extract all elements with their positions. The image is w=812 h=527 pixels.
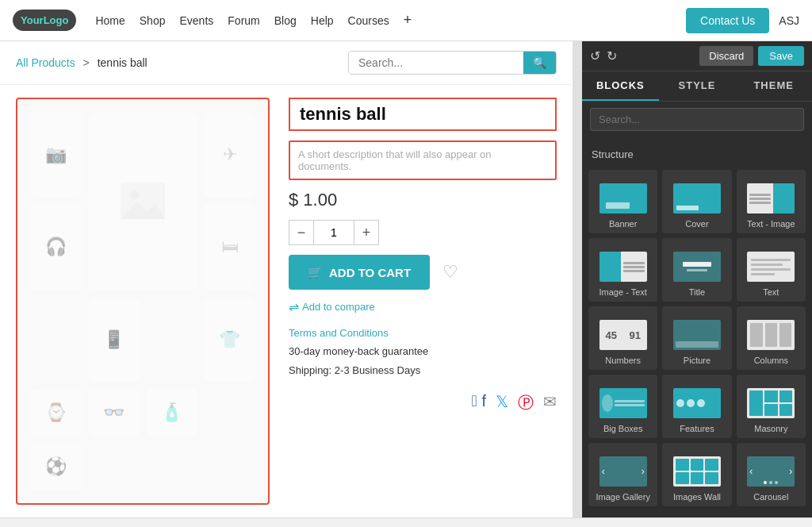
scroll-strip[interactable] [573, 41, 582, 517]
compare-row: ⇌ Add to compare [289, 299, 557, 314]
compare-icon: ⇌ [289, 299, 299, 314]
terms-section: Terms and Conditions 30-day money-back g… [289, 324, 557, 379]
nav-forum[interactable]: Forum [228, 14, 259, 27]
product-image-box[interactable]: 📷 ✈ 🎧 🛏 📱 👕 ⌚ [16, 98, 270, 505]
it-right [621, 252, 647, 282]
product-description[interactable]: A short description that will also appea… [289, 140, 557, 180]
compare-link[interactable]: ⇌ Add to compare [289, 299, 557, 314]
panel-content: Structure Banner Cover [582, 137, 812, 517]
quantity-decrease[interactable]: − [289, 220, 314, 245]
discard-button[interactable]: Discard [699, 46, 753, 66]
blocks-search-input[interactable] [590, 108, 804, 131]
tab-theme[interactable]: THEME [735, 71, 812, 101]
block-cover[interactable]: Cover [662, 170, 731, 233]
block-picture-preview [672, 317, 722, 352]
block-images-wall[interactable]: Images Wall [662, 443, 731, 506]
block-title[interactable]: Title [662, 238, 731, 302]
wishlist-button[interactable]: ♡ [442, 262, 458, 283]
block-picture[interactable]: Picture [662, 306, 731, 370]
block-image-text[interactable]: Image - Text [588, 238, 657, 302]
breadcrumb-link[interactable]: All Products [16, 56, 75, 69]
block-numbers[interactable]: 45 91 Numbers [588, 306, 657, 370]
block-masonry[interactable]: Masonry [737, 375, 806, 438]
mas3 [779, 390, 793, 402]
search-button[interactable]: 🔍 [523, 52, 556, 74]
search-bar: 🔍 [348, 51, 557, 75]
block-features-label: Features [680, 424, 714, 433]
terms-link[interactable]: Terms and Conditions [289, 327, 389, 339]
nav-blog[interactable]: Blog [274, 14, 297, 27]
feat-dot1 [676, 399, 684, 407]
nav-shop[interactable]: Shop [140, 14, 166, 27]
banner-preview-img [599, 183, 647, 213]
block-banner[interactable]: Banner [588, 170, 657, 233]
block-numbers-label: Numbers [605, 356, 641, 365]
it-line2 [623, 266, 645, 268]
number-val1: 45 [605, 329, 616, 341]
block-big-boxes-label: Big Boxes [603, 424, 643, 433]
ti-line3 [749, 202, 771, 204]
block-text[interactable]: Text [737, 238, 806, 302]
text-line4 [751, 273, 775, 275]
redo-button[interactable]: ↻ [607, 48, 617, 63]
block-carousel-label: Carousel [753, 492, 788, 502]
bottom-scrollbar[interactable] [0, 517, 812, 527]
block-image-text-preview [598, 249, 649, 284]
facebook-icon[interactable]:  f [472, 392, 486, 414]
icon-headphones: 🎧 [30, 204, 82, 290]
block-cover-label: Cover [685, 219, 708, 229]
carousel-dots [764, 481, 778, 484]
product-title-box: tennis ball [289, 98, 557, 131]
content-area: All Products > tennis ball 🔍 📷 [0, 41, 573, 517]
feat-dot2 [687, 399, 695, 407]
block-image-gallery-label: Image Gallery [596, 492, 649, 502]
product-title: tennis ball [300, 104, 386, 124]
block-columns[interactable]: Columns [737, 306, 806, 370]
gallery-preview-img: ‹ › [599, 456, 647, 487]
block-big-boxes[interactable]: Big Boxes [588, 375, 657, 438]
icon-bed: 🛏 [204, 204, 255, 290]
block-image-gallery[interactable]: ‹ › Image Gallery [588, 443, 657, 506]
save-button[interactable]: Save [758, 46, 804, 66]
add-to-cart-button[interactable]: 🛒 ADD TO CART [289, 255, 430, 290]
breadcrumb-separator: > [83, 56, 90, 69]
block-features[interactable]: Features [662, 375, 731, 438]
carousel-arrows: ‹ › [747, 466, 795, 477]
block-numbers-preview: 45 91 [598, 317, 649, 352]
ti-left [747, 183, 773, 213]
mas5 [779, 404, 793, 416]
nav-events[interactable]: Events [179, 14, 213, 27]
icon-image-main [88, 112, 197, 290]
quantity-input[interactable] [314, 220, 354, 245]
undo-button[interactable]: ↺ [590, 48, 600, 63]
mas4 [764, 404, 778, 416]
shipping-info: Shipping: 2-3 Business Days [289, 361, 557, 379]
pinterest-icon[interactable]: Ⓟ [518, 392, 534, 414]
twitter-icon[interactable]: 𝕏 [496, 392, 508, 414]
icon-phone: 📱 [88, 297, 140, 383]
user-avatar[interactable]: ASJ [779, 14, 799, 27]
features-preview-img [673, 388, 721, 418]
tab-blocks[interactable]: BLOCKS [582, 71, 659, 101]
logo[interactable]: YourLogo [13, 10, 76, 31]
cart-row: 🛒 ADD TO CART ♡ [289, 255, 557, 290]
block-carousel[interactable]: ‹ › Carousel [737, 443, 806, 506]
right-panel: ↺ ↻ Discard Save BLOCKS STYLE THEME Stru… [582, 41, 812, 517]
panel-tabs: BLOCKS STYLE THEME [582, 71, 812, 102]
money-back: 30-day money-back guarantee [289, 342, 557, 360]
contact-button[interactable]: Contact Us [686, 8, 769, 33]
block-text-image[interactable]: Text - Image [737, 170, 806, 233]
col1 [750, 323, 762, 347]
ti-line2 [749, 198, 771, 200]
mas1 [749, 390, 763, 416]
tab-style[interactable]: STYLE [659, 71, 736, 101]
nav-plus[interactable]: + [404, 12, 412, 29]
bb-circle [602, 394, 613, 412]
nav-home[interactable]: Home [95, 14, 124, 27]
nav-help[interactable]: Help [311, 14, 334, 27]
nav-courses[interactable]: Courses [348, 14, 389, 27]
quantity-increase[interactable]: + [354, 220, 379, 245]
email-icon[interactable]: ✉ [543, 392, 557, 414]
search-input[interactable] [349, 52, 523, 74]
block-image-gallery-preview: ‹ › [598, 454, 649, 489]
